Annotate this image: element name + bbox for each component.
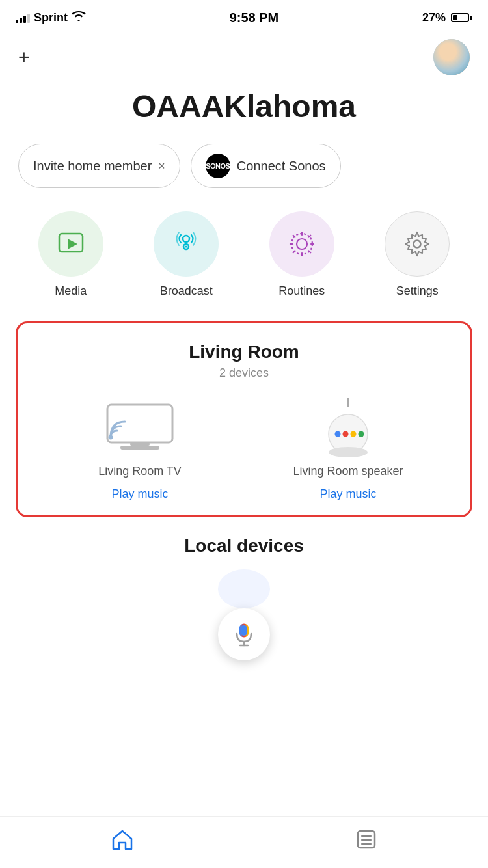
settings-icon	[403, 230, 431, 258]
add-button[interactable]: +	[18, 47, 30, 67]
tv-device-name: Living Room TV	[98, 465, 182, 478]
action-broadcast[interactable]: Broadcast	[154, 211, 219, 298]
status-right: 27%	[422, 11, 472, 25]
routines-circle	[269, 211, 334, 277]
speaker-icon-wrap	[309, 398, 387, 457]
broadcast-icon	[172, 230, 200, 258]
signal-icon	[16, 12, 30, 23]
local-devices-title: Local devices	[16, 536, 472, 556]
svg-rect-28	[241, 625, 247, 636]
svg-point-6	[297, 239, 307, 249]
routines-label: Routines	[278, 284, 325, 298]
devices-row: Living Room TV Play music	[36, 398, 452, 502]
action-routines[interactable]: Routines	[269, 211, 334, 298]
connect-sonos-pill[interactable]: SONOS Connect Sonos	[191, 144, 341, 188]
speaker-play-music-button[interactable]: Play music	[319, 486, 376, 502]
invite-pill-close[interactable]: ×	[158, 159, 165, 173]
svg-marker-1	[68, 239, 77, 249]
nav-home[interactable]	[85, 823, 159, 856]
svg-point-4	[183, 236, 189, 242]
avatar[interactable]	[433, 39, 470, 75]
settings-label: Settings	[396, 284, 439, 298]
action-media[interactable]: Media	[38, 211, 103, 298]
sonos-icon: SONOS	[206, 154, 230, 178]
wifi-icon	[72, 11, 86, 25]
device-tv[interactable]: Living Room TV Play music	[48, 398, 232, 502]
broadcast-circle	[154, 211, 219, 277]
speaker-icon	[322, 398, 374, 457]
partial-device	[218, 569, 270, 608]
top-bar: +	[0, 33, 488, 82]
pills-row: Invite home member × SONOS Connect Sonos	[0, 144, 488, 188]
media-circle	[38, 211, 103, 277]
room-title: Living Room	[36, 342, 452, 362]
fab-area	[0, 615, 488, 667]
svg-point-15	[414, 241, 421, 248]
tv-icon	[104, 401, 176, 454]
speaker-device-name: Living Room speaker	[293, 465, 403, 478]
actions-row: Media Broadcast	[0, 211, 488, 298]
media-icon	[57, 230, 85, 258]
avatar-image	[433, 39, 470, 75]
battery-percent: 27%	[422, 11, 446, 25]
mic-icon	[232, 622, 256, 647]
living-room-card: Living Room 2 devices Living Room TV	[16, 321, 472, 517]
status-bar: Sprint 9:58 PM 27%	[0, 0, 488, 33]
svg-point-24	[351, 431, 357, 437]
sonos-pill-label: Connect Sonos	[237, 159, 326, 174]
local-devices-section: Local devices	[0, 536, 488, 608]
svg-point-3	[185, 246, 187, 248]
home-title: OAAAKlahoma	[0, 88, 488, 124]
svg-rect-18	[130, 442, 150, 446]
tv-icon-wrap	[101, 398, 179, 457]
invite-pill-label: Invite home member	[33, 159, 152, 174]
action-settings[interactable]: Settings	[385, 211, 450, 298]
room-subtitle: 2 devices	[36, 366, 452, 380]
bottom-nav	[0, 816, 488, 868]
status-time: 9:58 PM	[230, 10, 279, 25]
home-nav-icon	[111, 828, 133, 850]
routines-icon	[288, 230, 316, 258]
svg-point-22	[335, 431, 341, 437]
svg-point-25	[359, 431, 364, 437]
media-label: Media	[55, 284, 87, 298]
list-nav-icon	[355, 828, 377, 850]
broadcast-label: Broadcast	[160, 284, 213, 298]
invite-home-member-pill[interactable]: Invite home member ×	[18, 144, 180, 188]
svg-point-23	[343, 431, 349, 437]
settings-circle	[385, 211, 450, 277]
carrier-label: Sprint	[34, 11, 68, 25]
svg-point-17	[109, 435, 113, 440]
mic-fab-button[interactable]	[218, 608, 270, 660]
battery-icon	[451, 13, 472, 22]
tv-play-music-button[interactable]: Play music	[111, 486, 168, 502]
svg-rect-19	[120, 446, 159, 450]
nav-list[interactable]	[329, 823, 403, 856]
status-left: Sprint	[16, 11, 86, 25]
device-speaker[interactable]: Living Room speaker Play music	[256, 398, 440, 502]
